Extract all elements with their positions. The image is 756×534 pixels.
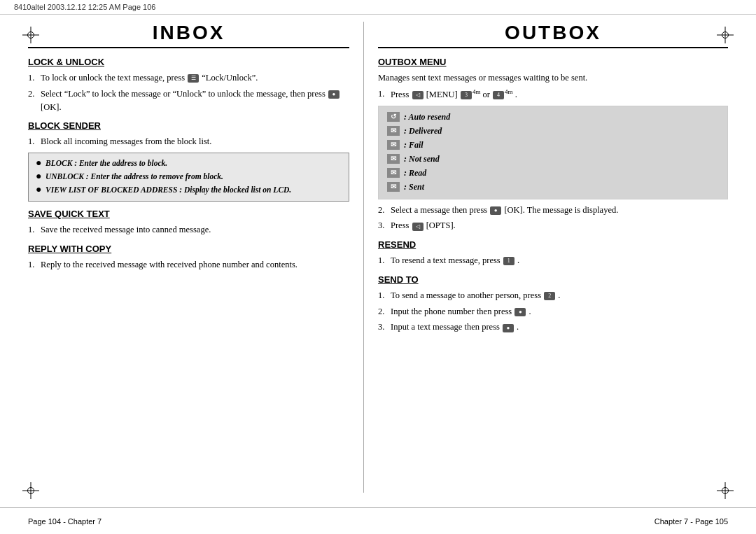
ok-btn-4: ● <box>503 324 514 332</box>
send-to-heading: Send To <box>378 274 728 285</box>
resend-heading: Resend <box>378 239 728 250</box>
lock-item-2: 2. Select “Lock” to lock the message or … <box>28 87 349 114</box>
outbox-step-1: 1. Press ◁ [MENU] 34m or 44m . <box>378 87 728 101</box>
crosshair-bottom-left <box>22 482 39 499</box>
save-quick-text-content: 1. Save the received message into canned… <box>28 223 349 237</box>
outbox-title: OUTBOX <box>378 22 728 44</box>
send-btn-2: 2 <box>544 292 555 300</box>
block-sender-content: 1. Block all incoming messages from the … <box>28 135 349 202</box>
outbox-menu-box: ↺ : Auto resend ✉ : Delivered ✉ : Fail ✉… <box>378 106 728 199</box>
footer-right: Chapter 7 - Page 105 <box>654 517 728 526</box>
resend-btn-icon: 1 <box>503 257 514 265</box>
top-bar: 8410altel 2003.12.12 12:25 AM Page 106 <box>0 0 756 15</box>
menu-fail: ✉ : Fail <box>387 139 719 151</box>
footer-left: Page 104 - Chapter 7 <box>28 517 654 526</box>
lock-unlock-content: 1. To lock or unlock the text message, p… <box>28 71 349 113</box>
bullet-block: ● BLOCK : Enter the address to block. <box>36 157 342 169</box>
main-content: INBOX Lock & Unlock 1. To lock or unlock… <box>0 15 756 500</box>
top-bar-text: 8410altel 2003.12.12 12:25 AM Page 106 <box>14 3 155 11</box>
bullet-unblock: ● UNBLOCK : Enter the address to remove … <box>36 171 342 183</box>
menu-auto-resend: ↺ : Auto resend <box>387 111 719 123</box>
save-quick-text-heading: Save Quick Text <box>28 209 349 219</box>
send-to-item-3: 3. Input a text message then press ● . <box>378 321 728 334</box>
lock-item-1: 1. To lock or unlock the text message, p… <box>28 71 349 85</box>
footer: Page 104 - Chapter 7 Chapter 7 - Page 10… <box>0 507 756 534</box>
send-to-item-2: 2. Input the phone number then press ● . <box>378 305 728 318</box>
crosshair-bottom-right <box>717 482 734 499</box>
outbox-steps: 1. Press ◁ [MENU] 34m or 44m . ↺ : Auto … <box>378 87 728 232</box>
menu-delivered: ✉ : Delivered <box>387 125 719 137</box>
menu-sent: ✉ : Sent <box>387 181 719 193</box>
block-sender-heading: Block Sender <box>28 120 349 131</box>
save-item-1: 1. Save the received message into canned… <box>28 223 349 237</box>
menu-not-send: ✉ : Not send <box>387 153 719 165</box>
outbox-column: OUTBOX Outbox Menu Manages sent text mes… <box>364 22 728 493</box>
delivered-icon: ✉ <box>387 126 400 136</box>
menu-read: ✉ : Read <box>387 167 719 179</box>
ok-btn-icon: ● <box>328 90 340 99</box>
reply-with-copy-content: 1. Reply to the received message with re… <box>28 258 349 272</box>
nav-btn-2: ◁ <box>412 223 424 231</box>
outbox-underline <box>378 47 728 48</box>
block-bullet-box: ● BLOCK : Enter the address to block. ● … <box>28 153 349 202</box>
not-send-icon: ✉ <box>387 154 400 164</box>
send-to-content: 1. To send a message to another person, … <box>378 289 728 334</box>
outbox-step-3: 3. Press ◁ [OPTS]. <box>378 219 728 232</box>
menu-btn-icon: ☰ <box>188 74 199 83</box>
lock-unlock-heading: Lock & Unlock <box>28 57 349 67</box>
block-item-1: 1. Block all incoming messages from the … <box>28 135 349 148</box>
ok-btn-2: ● <box>490 206 501 215</box>
auto-resend-icon: ↺ <box>387 112 400 122</box>
inbox-underline <box>28 47 349 48</box>
reply-with-copy-heading: Reply With Copy <box>28 244 349 254</box>
reply-item-1: 1. Reply to the received message with re… <box>28 258 349 272</box>
nav-btn-icon: ◁ <box>412 91 424 99</box>
fail-icon: ✉ <box>387 140 400 150</box>
bullet-view-list: ● VIEW LIST OF BLOCKED ADDRESS : Display… <box>36 184 342 196</box>
send-to-item-1: 1. To send a message to another person, … <box>378 289 728 302</box>
num3-btn: 3 <box>461 91 472 99</box>
outbox-menu-heading: Outbox Menu <box>378 57 728 67</box>
crosshair-top-right <box>717 27 734 43</box>
resend-item-1: 1. To resend a text message, press 1 . <box>378 254 728 267</box>
outbox-intro: Manages sent text messages or messages w… <box>378 71 728 85</box>
ok-btn-3: ● <box>514 308 526 316</box>
read-icon: ✉ <box>387 168 400 178</box>
crosshair-top-left <box>22 27 39 43</box>
sent-icon: ✉ <box>387 182 400 192</box>
outbox-step-2: 2. Select a message then press ● [OK]. T… <box>378 204 728 217</box>
inbox-title: INBOX <box>28 22 349 44</box>
resend-content: 1. To resend a text message, press 1 . <box>378 254 728 267</box>
num4-btn: 4 <box>493 91 504 99</box>
inbox-column: INBOX Lock & Unlock 1. To lock or unlock… <box>28 22 364 493</box>
